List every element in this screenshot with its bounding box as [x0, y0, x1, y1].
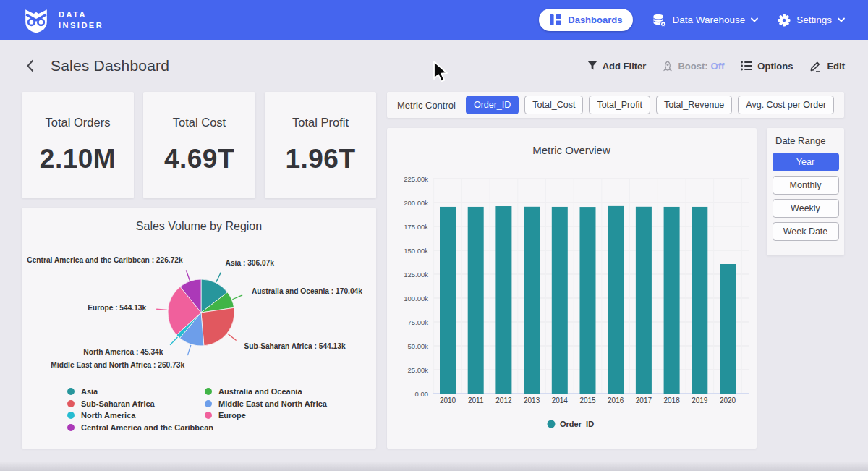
svg-text:2012: 2012 [495, 396, 512, 404]
kpi-value: 4.69T [164, 144, 234, 174]
boost-label: Boost: [678, 61, 707, 72]
metric-option-avg-cost-per-order[interactable]: Avg. Cost per Order [738, 96, 834, 114]
date-range-label: Date Range [775, 135, 839, 146]
svg-text:Order_ID: Order_ID [560, 420, 594, 428]
date-range-options: YearMonthlyWeeklyWeek Date [772, 153, 839, 241]
bar-2016 [608, 206, 624, 394]
options-button[interactable]: Options [741, 61, 793, 72]
svg-text:Sales Volume by Region: Sales Volume by Region [136, 220, 262, 232]
metric-control-label: Metric Control [397, 100, 456, 111]
svg-text:100.00k: 100.00k [404, 294, 428, 302]
svg-text:North America : 45.34k: North America : 45.34k [83, 348, 163, 356]
legend-item-asia: Asia [67, 386, 213, 398]
metric-control-bar: Metric Control Order_IDTotal_CostTotal_P… [387, 92, 844, 118]
date-range-option-monthly[interactable]: Monthly [773, 176, 839, 195]
metric-option-total-cost[interactable]: Total_Cost [524, 96, 583, 114]
legend-dot [67, 388, 75, 395]
kpi-label: Total Orders [46, 116, 111, 130]
top-nav: DATA INSIDER Dashboards [0, 0, 868, 40]
legend-item-sub-saharan-africa: Sub-Saharan Africa [67, 398, 213, 410]
options-label: Options [757, 61, 793, 72]
bottom-edge [0, 462, 868, 471]
svg-text:Sub-Saharan Africa : 544.13k: Sub-Saharan Africa : 544.13k [244, 342, 346, 350]
legend-dot [205, 400, 212, 407]
metric-control-options: Order_IDTotal_CostTotal_ProfitTotal_Reve… [466, 96, 834, 114]
bar-2010 [440, 207, 456, 394]
svg-text:25.00k: 25.00k [407, 366, 428, 374]
data-warehouse-menu[interactable]: Data Warehouse [652, 14, 758, 27]
kpi-label: Total Profit [292, 116, 349, 130]
bar-2013 [524, 207, 540, 394]
svg-text:Middle East and North Africa :: Middle East and North Africa : 260.73k [51, 361, 184, 369]
add-filter-label: Add Filter [603, 61, 647, 72]
pie-slice-sub-saharan-africa [201, 307, 234, 345]
legend-label: North America [81, 411, 135, 420]
legend-item-north-america: North America [67, 410, 213, 422]
svg-text:Australia and Oceania : 170.04: Australia and Oceania : 170.04k [252, 287, 362, 295]
bar-2015 [580, 207, 596, 394]
legend-label: Australia and Oceania [218, 387, 302, 396]
legend-label: Europe [218, 411, 246, 420]
dashboards-button[interactable]: Dashboards [539, 9, 633, 31]
bar-chart: Metric Overview0.0025.00k50.00k75.00k100… [387, 128, 757, 449]
owl-logo-icon [23, 7, 49, 33]
svg-text:125.00k: 125.00k [404, 271, 428, 279]
chevron-down-icon [838, 17, 845, 22]
chevron-left-icon [26, 59, 35, 73]
back-button[interactable] [23, 59, 38, 73]
database-icon [652, 14, 666, 27]
svg-text:2014: 2014 [552, 396, 569, 404]
svg-text:150.00k: 150.00k [404, 247, 428, 255]
svg-text:50.00k: 50.00k [407, 342, 428, 350]
legend-dot [548, 420, 556, 428]
metric-option-total-profit[interactable]: Total_Profit [589, 96, 650, 114]
date-range-panel: Date Range YearMonthlyWeeklyWeek Date [767, 128, 844, 255]
kpi-card-total-orders: Total Orders 2.10M [22, 92, 134, 198]
legend-item-central-america-and-the-caribbean: Central America and the Caribbean [67, 422, 213, 434]
svg-text:2015: 2015 [579, 396, 596, 404]
legend-label: Central America and the Caribbean [81, 423, 213, 432]
boost-toggle[interactable]: Boost: Off [663, 61, 724, 72]
svg-text:75.00k: 75.00k [407, 318, 428, 326]
kpi-label: Total Cost [173, 116, 226, 130]
add-filter-button[interactable]: Add Filter [587, 61, 647, 72]
kpi-value: 1.96T [285, 144, 355, 174]
legend-label: Sub-Saharan Africa [81, 399, 155, 408]
legend-label: Asia [81, 387, 98, 396]
kpi-card-total-profit: Total Profit 1.96T [265, 92, 376, 198]
legend-dot [67, 424, 75, 431]
svg-text:175.00k: 175.00k [404, 223, 428, 231]
brand-line1: DATA [59, 10, 103, 19]
kpi-card-total-cost: Total Cost 4.69T [143, 92, 255, 198]
svg-text:2011: 2011 [468, 396, 484, 404]
bar-2019 [692, 207, 707, 394]
date-range-option-year[interactable]: Year [773, 153, 839, 171]
svg-text:Central America and the Caribb: Central America and the Caribbean : 226.… [27, 256, 183, 264]
dashboards-grid-icon [550, 14, 561, 25]
rocket-icon [663, 61, 673, 72]
legend-item-europe: Europe [205, 410, 327, 422]
settings-menu[interactable]: Settings [778, 14, 845, 27]
bar-2012 [495, 206, 511, 394]
brand: DATA INSIDER [23, 7, 103, 33]
dashboards-label: Dashboards [568, 14, 622, 25]
metric-option-total-revenue[interactable]: Total_Revenue [656, 96, 732, 114]
svg-text:2018: 2018 [663, 396, 680, 404]
svg-text:2010: 2010 [440, 396, 456, 404]
gear-icon [778, 14, 791, 27]
legend-item-middle-east-and-north-africa: Middle East and North Africa [205, 398, 327, 410]
metric-option-order-id[interactable]: Order_ID [466, 96, 519, 114]
svg-text:Metric Overview: Metric Overview [532, 144, 610, 156]
svg-text:Asia : 306.07k: Asia : 306.07k [226, 259, 275, 267]
kpi-value: 2.10M [40, 144, 116, 174]
date-range-option-weekly[interactable]: Weekly [773, 199, 839, 218]
date-range-option-week-date[interactable]: Week Date [773, 222, 839, 241]
brand-text: DATA INSIDER [59, 10, 103, 29]
page-title: Sales Dashboard [51, 57, 169, 75]
brand-line2: INSIDER [59, 21, 103, 30]
edit-button[interactable]: Edit [809, 60, 845, 72]
metric-overview-card: Metric Overview0.0025.00k50.00k75.00k100… [387, 128, 757, 449]
data-warehouse-label: Data Warehouse [672, 14, 745, 25]
legend-dot [205, 388, 212, 395]
legend-dot [67, 400, 75, 407]
